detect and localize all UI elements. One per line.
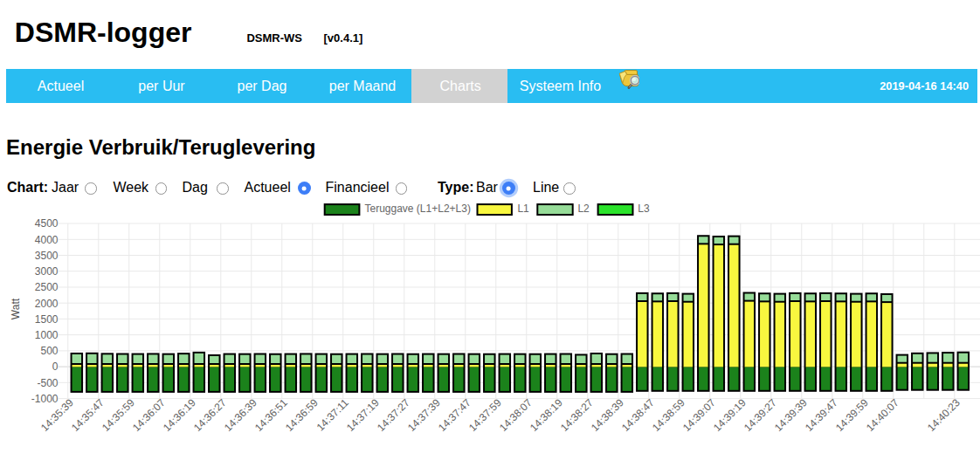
svg-text:14:38:39: 14:38:39 (589, 396, 626, 434)
svg-text:14:36:27: 14:36:27 (191, 396, 229, 434)
svg-text:0: 0 (52, 360, 59, 373)
svg-text:4000: 4000 (35, 234, 59, 246)
svg-text:-500: -500 (37, 377, 58, 389)
svg-text:14:40:23: 14:40:23 (925, 396, 963, 434)
svg-text:14:38:27: 14:38:27 (558, 396, 596, 434)
svg-text:14:40:07: 14:40:07 (864, 396, 901, 434)
svg-text:14:39:27: 14:39:27 (742, 396, 779, 434)
svg-text:14:39:07: 14:39:07 (680, 396, 718, 434)
svg-text:Watt: Watt (10, 298, 22, 319)
svg-text:14:37:27: 14:37:27 (375, 396, 412, 434)
svg-text:14:36:07: 14:36:07 (130, 396, 168, 434)
svg-text:14:36:59: 14:36:59 (283, 396, 321, 434)
svg-text:14:37:59: 14:37:59 (466, 396, 504, 434)
svg-text:14:38:47: 14:38:47 (619, 396, 657, 434)
svg-text:14:35:47: 14:35:47 (69, 396, 107, 434)
svg-text:500: 500 (40, 345, 58, 357)
svg-text:1500: 1500 (35, 313, 59, 326)
svg-text:14:36:39: 14:36:39 (222, 396, 259, 434)
svg-text:14:39:59: 14:39:59 (833, 396, 871, 434)
svg-text:3500: 3500 (35, 250, 59, 262)
svg-text:14:37:19: 14:37:19 (344, 396, 382, 434)
svg-text:14:38:19: 14:38:19 (528, 396, 565, 434)
svg-text:14:38:07: 14:38:07 (497, 396, 535, 434)
svg-text:14:38:59: 14:38:59 (650, 396, 687, 434)
svg-text:14:39:47: 14:39:47 (803, 396, 840, 434)
svg-text:14:37:39: 14:37:39 (405, 396, 443, 434)
svg-text:14:39:39: 14:39:39 (772, 396, 810, 434)
svg-text:4500: 4500 (35, 217, 59, 230)
svg-text:1000: 1000 (35, 329, 59, 341)
svg-text:Teruggave (L1+L2+L3): Teruggave (L1+L2+L3) (365, 203, 471, 215)
svg-text:L2: L2 (577, 203, 590, 215)
svg-text:2500: 2500 (35, 281, 59, 293)
svg-text:L1: L1 (517, 203, 529, 215)
svg-text:14:35:59: 14:35:59 (100, 396, 137, 434)
svg-text:14:36:51: 14:36:51 (252, 396, 290, 434)
svg-text:14:39:19: 14:39:19 (711, 396, 749, 434)
svg-text:L3: L3 (638, 203, 650, 215)
svg-text:14:36:19: 14:36:19 (161, 396, 198, 434)
svg-text:-1000: -1000 (31, 393, 59, 405)
svg-text:2000: 2000 (35, 298, 59, 310)
svg-text:14:37:47: 14:37:47 (436, 396, 473, 434)
svg-text:3000: 3000 (35, 265, 59, 278)
